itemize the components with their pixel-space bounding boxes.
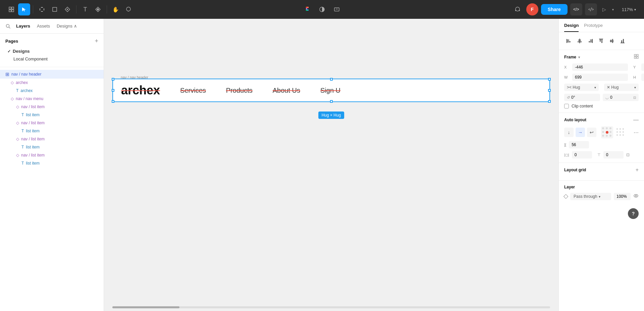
help-button[interactable]: ? bbox=[628, 208, 639, 219]
spacing-input[interactable] bbox=[569, 141, 589, 148]
svg-rect-2 bbox=[9, 10, 11, 12]
add-page-button[interactable]: + bbox=[95, 38, 98, 45]
corner-handle-ml[interactable] bbox=[112, 89, 114, 92]
headphone-btn[interactable] bbox=[512, 3, 524, 15]
rect-tool-btn[interactable] bbox=[49, 3, 61, 15]
layer-archex-text[interactable]: T archex bbox=[0, 87, 104, 95]
designs-page-item[interactable]: ✓ Designs bbox=[5, 47, 98, 55]
svg-rect-27 bbox=[600, 39, 601, 42]
dev-tools-btn[interactable] bbox=[585, 3, 597, 15]
align-middle-btn[interactable] bbox=[607, 36, 616, 46]
assets-tab[interactable]: Assets bbox=[34, 22, 53, 30]
frame-section-header: Frame ▾ bbox=[564, 54, 639, 60]
align-bottom-btn[interactable] bbox=[618, 36, 627, 46]
opacity-input[interactable] bbox=[614, 193, 631, 200]
layout-grid-section: Layout grid + bbox=[559, 163, 644, 181]
auto-layout-header: Auto layout — bbox=[564, 117, 639, 123]
corner-handle-mr[interactable] bbox=[548, 89, 551, 92]
al-more-btn[interactable]: ··· bbox=[634, 129, 639, 136]
visibility-toggle[interactable] bbox=[633, 193, 639, 200]
grid-tool-btn[interactable] bbox=[5, 3, 17, 15]
alignment-grid[interactable] bbox=[601, 126, 613, 138]
pen-tool-btn[interactable] bbox=[61, 3, 73, 15]
al-down-btn[interactable]: ↓ bbox=[564, 128, 574, 137]
corner-expand-btn[interactable]: ⊡ bbox=[633, 96, 636, 99]
search-icon-btn[interactable] bbox=[4, 22, 12, 30]
padding-h-input[interactable] bbox=[572, 151, 592, 159]
corner-handle-tl[interactable] bbox=[112, 78, 114, 81]
corner-handle-tm[interactable] bbox=[330, 78, 333, 81]
layer-nav-list-item-1[interactable]: ◇ nav / list item bbox=[0, 103, 104, 111]
contrast-btn[interactable] bbox=[316, 3, 328, 15]
pass-through-select[interactable]: Pass through ▾ bbox=[570, 193, 611, 200]
layer-list-item-text-4[interactable]: T list item bbox=[0, 159, 104, 167]
layer-list-item-text-3[interactable]: T list item bbox=[0, 143, 104, 151]
layer-nav-list-item-4[interactable]: ◇ nav / list item bbox=[0, 151, 104, 159]
al-right-btn[interactable]: → bbox=[576, 128, 585, 137]
corner-handle-tr[interactable] bbox=[548, 78, 551, 81]
svg-rect-23 bbox=[580, 39, 580, 43]
align-right-btn[interactable] bbox=[586, 36, 595, 46]
auto-layout-minus-btn[interactable]: — bbox=[633, 117, 639, 123]
width-constraint-select[interactable]: >< Hug ▾ bbox=[564, 84, 599, 91]
local-component-page-item[interactable]: Local Component bbox=[5, 55, 98, 63]
left-sidebar: Layers Assets Designs ∧ Pages + ✓ Design… bbox=[0, 19, 104, 311]
canvas-scrollbar-thumb[interactable] bbox=[112, 306, 179, 308]
layer-list-item-text-1[interactable]: T list item bbox=[0, 111, 104, 119]
align-center-h-btn[interactable] bbox=[575, 36, 584, 46]
layer-nav-nav-menu[interactable]: ◇ nav / nav menu bbox=[0, 95, 104, 103]
nav-products: Products bbox=[226, 87, 253, 94]
y-input[interactable] bbox=[641, 63, 644, 71]
prototype-tab[interactable]: Prototype bbox=[584, 23, 603, 32]
add-layout-grid-btn[interactable]: + bbox=[636, 167, 639, 173]
play-btn[interactable]: ▷ bbox=[600, 5, 609, 14]
clip-content-checkbox[interactable] bbox=[564, 104, 569, 108]
al-wrap-btn[interactable]: ↩ bbox=[587, 128, 596, 137]
frame-expand-btn[interactable] bbox=[634, 54, 639, 60]
align-left-btn[interactable] bbox=[564, 36, 574, 46]
corner-handle-bm[interactable] bbox=[330, 100, 333, 103]
corner-handle-bl[interactable] bbox=[112, 100, 114, 103]
corner-radius-input[interactable] bbox=[610, 95, 632, 100]
comment-tool-btn[interactable] bbox=[122, 3, 135, 15]
align-top-btn[interactable] bbox=[596, 36, 606, 46]
corner-radius-icon: ◡ bbox=[605, 95, 609, 100]
zoom-control[interactable]: 117% ▾ bbox=[619, 5, 639, 14]
text-tool-btn[interactable]: T bbox=[79, 3, 91, 15]
preview-frame-btn[interactable] bbox=[331, 3, 343, 15]
layer-archex-symbol-label: archex bbox=[16, 80, 28, 85]
layer-text-icon-2: T bbox=[21, 113, 24, 117]
padding-v-input[interactable] bbox=[603, 151, 624, 159]
layer-nav-list-item-2[interactable]: ◇ nav / list item bbox=[0, 119, 104, 127]
w-input[interactable] bbox=[572, 74, 628, 81]
hand-tool-btn[interactable]: ✋ bbox=[110, 3, 122, 15]
canvas-scrollbar[interactable] bbox=[112, 306, 550, 308]
frame-tool-btn[interactable] bbox=[36, 3, 48, 15]
share-button[interactable]: Share bbox=[541, 4, 568, 15]
x-input[interactable] bbox=[572, 63, 628, 71]
play-dropdown[interactable]: ▾ bbox=[609, 6, 616, 13]
rotation-corner-row: ↺ ◡ ⊡ bbox=[564, 94, 639, 101]
layer-nav-list-item-3[interactable]: ◇ nav / list item bbox=[0, 135, 104, 143]
design-tab[interactable]: Design bbox=[564, 23, 579, 32]
user-avatar[interactable]: F bbox=[526, 3, 538, 15]
rotation-input[interactable] bbox=[571, 95, 597, 100]
svg-rect-37 bbox=[637, 54, 638, 56]
height-constraint-select[interactable]: ✕ Hug ▾ bbox=[604, 84, 639, 91]
h-input[interactable] bbox=[641, 74, 644, 81]
layer-list-item-text-2[interactable]: T list item bbox=[0, 127, 104, 135]
select-tool-btn[interactable] bbox=[18, 3, 30, 15]
nav-frame[interactable]: archex Services Products About Us Sign U… bbox=[112, 79, 550, 102]
component-tool-btn[interactable] bbox=[92, 3, 104, 15]
svg-rect-16 bbox=[519, 10, 520, 11]
frame-section-title[interactable]: Frame ▾ bbox=[564, 55, 580, 59]
figma-logo-btn[interactable] bbox=[301, 3, 313, 15]
designs-tab[interactable]: Designs ∧ bbox=[54, 22, 80, 30]
w-label: W bbox=[564, 75, 570, 79]
layer-archex-symbol[interactable]: ◇ archex bbox=[0, 79, 104, 87]
layers-tab[interactable]: Layers bbox=[13, 22, 33, 30]
code-view-btn[interactable]: </> bbox=[570, 3, 582, 15]
layer-nav-nav-header[interactable]: ⊞ nav / nav header bbox=[0, 70, 104, 79]
padding-expand-btn[interactable]: ⊡ bbox=[626, 152, 630, 157]
corner-handle-br[interactable] bbox=[548, 100, 551, 103]
